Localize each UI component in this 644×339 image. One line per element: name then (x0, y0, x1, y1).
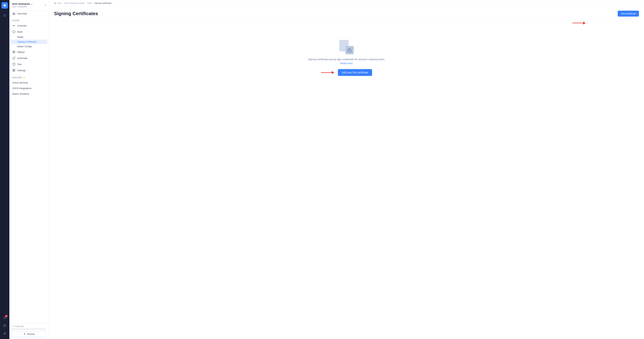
svg-point-2 (4, 15, 6, 17)
automate-icon (12, 57, 16, 60)
test-label: Test (17, 63, 22, 66)
sidebar-item-cicd[interactable]: CI/CD Integrations (9, 86, 49, 91)
sidebar: Ionic Enterprise ... Ionic • b84b5b63 ▾ … (9, 0, 49, 339)
cloud-section-label: CLOUD (9, 17, 49, 23)
builds-label: Builds (17, 36, 24, 39)
main-content: ▤ ionic / ionic enterprise starter / bui… (49, 0, 644, 339)
app-info: Ionic Enterprise ... Ionic • b84b5b63 (12, 3, 32, 8)
svg-point-1 (4, 5, 6, 6)
page-header: Signing Certificates Add certificate (54, 11, 639, 17)
commits-label: Commits (17, 24, 26, 27)
deploy-icon (12, 50, 16, 54)
eye-icon: 👁 (24, 333, 26, 335)
sidebar-item-deploy[interactable]: Deploy (9, 49, 49, 55)
sidebar-footer: 0 / 5,000,000 👁 Preview (9, 323, 49, 339)
preview-label: Preview (27, 333, 34, 335)
native-solutions-label: Native Solutions (12, 93, 29, 95)
add-first-container: Add your first certificate (321, 69, 372, 76)
progress-fill (12, 328, 12, 330)
overview-label: Overview (17, 12, 27, 15)
breadcrumb-build[interactable]: build (88, 2, 92, 4)
settings-icon (12, 69, 16, 72)
build-icon (12, 30, 16, 33)
certificate-icon-illustration (339, 40, 354, 54)
breadcrumb: ▤ ionic / ionic enterprise starter / bui… (49, 0, 644, 6)
svg-rect-14 (348, 50, 351, 52)
svg-point-7 (13, 25, 14, 26)
breadcrumb-sep-2: / (86, 2, 86, 4)
sidebar-item-build[interactable]: Build (9, 29, 49, 35)
svg-rect-12 (13, 63, 15, 65)
arrow-to-first-cert (321, 71, 334, 74)
notification-count: 1 (5, 315, 8, 317)
app-selector[interactable]: Ionic Enterprise ... Ionic • b84b5b63 ▾ (9, 0, 49, 11)
icon-bar: 1 (0, 0, 9, 339)
deploy-label: Deploy (17, 51, 24, 53)
sidebar-item-native-solutions[interactable]: Native Solutions (9, 91, 49, 97)
sidebar-item-overview[interactable]: Overview (9, 11, 49, 17)
app-logo[interactable] (2, 2, 8, 9)
read-more-link[interactable]: Read more (340, 62, 353, 65)
chevron-down-icon: ▾ (45, 4, 46, 7)
svg-point-13 (14, 70, 14, 71)
test-icon (12, 63, 16, 66)
svg-marker-11 (12, 51, 15, 52)
app-name: Ionic Enterprise ... (12, 3, 32, 5)
user-icon (3, 332, 6, 335)
empty-state-description: Signing certificates group app credentia… (308, 58, 385, 61)
sidebar-item-cloud-services[interactable]: Cloud Services (9, 80, 49, 86)
sidebar-item-settings[interactable]: Settings (9, 67, 49, 73)
breadcrumb-enterprise[interactable]: ionic enterprise starter (64, 2, 85, 4)
sidebar-item-test[interactable]: Test (9, 61, 49, 67)
svg-point-6 (4, 332, 5, 333)
sidebar-item-automate[interactable]: Automate (9, 55, 49, 61)
progress-bar (12, 328, 46, 330)
help-icon (3, 324, 6, 327)
logo-icon (3, 4, 7, 8)
breadcrumb-ionic[interactable]: ionic (57, 2, 62, 4)
cicd-label: CI/CD Integrations (12, 87, 32, 90)
app-sub: Ionic • b84b5b63 (12, 6, 32, 8)
search-icon-bar[interactable] (2, 12, 8, 19)
arrow-to-add-cert (572, 22, 586, 25)
search-icon (3, 14, 6, 17)
breadcrumb-icon: ▤ (54, 2, 56, 4)
overview-icon (12, 12, 16, 15)
user-icon-bar[interactable] (2, 330, 8, 337)
content-area: Signing Certificates Add certificate (49, 6, 644, 339)
add-certificate-button[interactable]: Add certificate (618, 11, 639, 17)
sidebar-item-commits[interactable]: Commits (9, 23, 49, 29)
breadcrumb-sep-3: / (93, 2, 93, 4)
sidebar-sub-native-configs[interactable]: Native Configs (9, 44, 49, 49)
add-first-label: Add your first certificate (342, 71, 368, 74)
cloud-services-label: Cloud Services (12, 81, 28, 84)
settings-label: Settings (17, 69, 26, 72)
lock-icon (348, 48, 352, 52)
explore-section-label: EXPLORE ✨ (9, 73, 49, 80)
add-first-certificate-button[interactable]: Add your first certificate (338, 69, 372, 76)
commits-icon (12, 24, 16, 27)
breadcrumb-current: signing certificates (94, 2, 112, 4)
progress-label: 0 / 5,000,000 (12, 325, 46, 327)
automate-label: Automate (17, 57, 28, 60)
sidebar-sub-builds[interactable]: Builds (9, 35, 49, 40)
help-icon-bar[interactable] (2, 322, 8, 329)
breadcrumb-sep-1: / (62, 2, 63, 4)
svg-line-3 (5, 16, 6, 17)
svg-marker-10 (12, 31, 15, 33)
signing-certs-label: Signing Certificates (17, 41, 37, 43)
add-cert-label: Add certificate (621, 12, 636, 15)
page-title: Signing Certificates (54, 11, 98, 17)
build-label: Build (17, 31, 22, 33)
native-configs-label: Native Configs (17, 45, 32, 48)
notification-bell[interactable]: 1 (2, 314, 8, 321)
empty-state: Signing certificates group app credentia… (54, 26, 639, 90)
sidebar-sub-signing-certs[interactable]: Signing Certificates (11, 40, 48, 44)
preview-button[interactable]: 👁 Preview (12, 331, 46, 337)
